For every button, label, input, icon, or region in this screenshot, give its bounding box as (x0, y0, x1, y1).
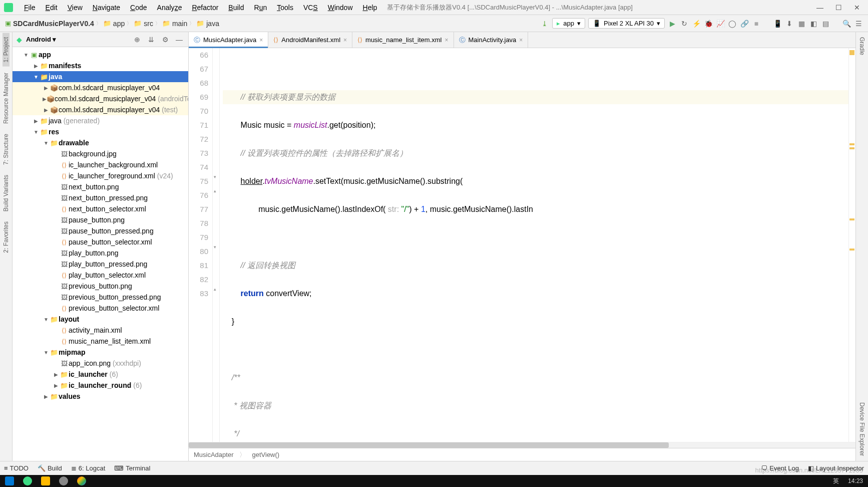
apply-changes-button[interactable]: ↻ (680, 19, 689, 28)
coverage-button[interactable]: ◯ (728, 19, 737, 28)
tree-item[interactable]: ▼📁mipmap (13, 347, 188, 358)
breadcrumb-main[interactable]: 📁main (162, 20, 187, 28)
menu-build[interactable]: Build (224, 3, 248, 13)
tool-logcat[interactable]: ≣ 6: Logcat (71, 464, 106, 472)
sync-gradle-icon[interactable]: ⤓ (540, 19, 549, 28)
tray-ime[interactable]: 英 (833, 477, 839, 485)
menu-code[interactable]: Code (126, 3, 151, 13)
tree-item[interactable]: ▶📁java (generated) (13, 115, 188, 126)
menu-view[interactable]: View (64, 3, 87, 13)
horizontal-scrollbar[interactable] (189, 442, 855, 448)
tree-item[interactable]: ▶📦com.lxl.sdcard_musicplayer_v04 (test) (13, 104, 188, 115)
stop-button[interactable]: ■ (752, 19, 761, 28)
tree-item[interactable]: ⟨⟩music_name_list_item.xml (13, 336, 188, 347)
editor-tab[interactable]: ⟨⟩music_name_list_item.xml× (352, 32, 454, 48)
tree-item[interactable]: 🖼play_button_pressed.png (13, 259, 188, 270)
collapse-icon[interactable]: ⇊ (146, 36, 156, 44)
tool-gradle[interactable]: Gradle (858, 33, 865, 59)
tool-favorites[interactable]: 2: Favorites (3, 217, 10, 257)
tree-item[interactable]: 🖼next_button.png (13, 181, 188, 192)
taskbar-app[interactable] (59, 476, 68, 485)
hide-icon[interactable]: — (174, 36, 184, 44)
tree-item[interactable]: ⟨⟩pause_button_selector.xml (13, 236, 188, 248)
breadcrumb-root[interactable]: ▣SDCardMusicPlayerV0.4 (5, 20, 94, 28)
locate-icon[interactable]: ⊕ (132, 36, 142, 44)
layout-inspector-icon[interactable]: ◧ (809, 19, 818, 28)
menu-window[interactable]: Window (324, 3, 357, 13)
tool-project[interactable]: 1: Project (3, 33, 10, 67)
tree-item[interactable]: ⟨⟩ic_launcher_foreground.xml (v24) (13, 170, 188, 181)
menu-analyze[interactable]: Analyze (153, 3, 186, 13)
tree-item[interactable]: ▼📁layout (13, 314, 188, 325)
run-config-combo[interactable]: ▸app▾ (552, 18, 585, 29)
tree-item[interactable]: ▶📁manifests (13, 60, 188, 71)
tree-item[interactable]: ▶📁ic_launcher_round (6) (13, 380, 188, 391)
profile-button[interactable]: 📈 (716, 19, 725, 28)
search-icon[interactable]: 🔍 (842, 19, 851, 28)
close-button[interactable]: ✕ (854, 4, 860, 12)
line-gutter[interactable]: 666768697071727374757677787980818283 (189, 48, 213, 442)
menu-tools[interactable]: Tools (273, 3, 297, 13)
taskbar-android-studio[interactable] (23, 476, 32, 485)
tool-terminal[interactable]: ⌨ Terminal (114, 464, 150, 472)
tree-item[interactable]: ▼📁drawable (13, 137, 188, 148)
menu-edit[interactable]: Edit (42, 3, 62, 13)
close-icon[interactable]: × (259, 37, 263, 44)
run-button[interactable]: ▶ (668, 19, 677, 28)
resource-manager-icon[interactable]: ▦ (797, 19, 806, 28)
close-icon[interactable]: × (519, 37, 523, 44)
menu-refactor[interactable]: Refactor (188, 3, 222, 13)
tree-item[interactable]: ▶📁ic_launcher (6) (13, 369, 188, 380)
breadcrumb-java[interactable]: 📁java (196, 20, 219, 28)
minimize-button[interactable]: — (816, 4, 823, 12)
menu-file[interactable]: FFileile (20, 3, 40, 13)
menu-run[interactable]: Run (250, 3, 271, 13)
close-icon[interactable]: × (445, 37, 448, 44)
editor-breadcrumb[interactable]: MusicAdapter〉getView() (189, 448, 855, 461)
menu-navigate[interactable]: Navigate (89, 3, 124, 13)
debug-button[interactable]: 🐞 (704, 19, 713, 28)
breadcrumb-app[interactable]: 📁app (103, 20, 125, 28)
avd-manager-icon[interactable]: 📱 (773, 19, 782, 28)
sdk-manager-icon[interactable]: ⬇ (785, 19, 794, 28)
attach-button[interactable]: 🔗 (740, 19, 749, 28)
tree-item[interactable]: ▶📦com.lxl.sdcard_musicplayer_v04 (13, 82, 188, 93)
tree-item[interactable]: 🖼app_icon.png (xxxhdpi) (13, 358, 188, 369)
tree-item[interactable]: ▶📦com.lxl.sdcard_musicplayer_v04 (androi… (13, 93, 188, 104)
editor-tab[interactable]: ⟨⟩AndroidManifest.xml× (268, 32, 352, 48)
tree-item[interactable]: 🖼previous_button_pressed.png (13, 292, 188, 303)
taskbar-start[interactable] (5, 476, 14, 485)
settings-icon[interactable]: ☰ (854, 19, 863, 28)
maximize-button[interactable]: ☐ (835, 4, 842, 12)
tree-item[interactable]: ⟨⟩next_button_selector.xml (13, 203, 188, 214)
tree-item[interactable]: 🖼pause_button.png (13, 214, 188, 225)
menu-help[interactable]: Help (359, 3, 381, 13)
tool-build-variants[interactable]: Build Variants (3, 171, 10, 215)
tool-build[interactable]: 🔨 Build (38, 464, 62, 472)
tool-device-file-explorer[interactable]: Device File Explorer (858, 398, 865, 460)
tree-item[interactable]: ▼▣app (13, 49, 188, 60)
taskbar-explorer[interactable] (41, 476, 50, 485)
project-tree[interactable]: ▼▣app▶📁manifests▼📁java▶📦com.lxl.sdcard_m… (13, 47, 188, 461)
tree-item[interactable]: ⟨⟩ic_launcher_background.xml (13, 159, 188, 170)
tree-item[interactable]: 🖼previous_button.png (13, 281, 188, 292)
gear-icon[interactable]: ⚙ (160, 36, 170, 44)
tree-item[interactable]: ▶📁values (13, 391, 188, 402)
breadcrumb-src[interactable]: 📁src (134, 20, 153, 28)
tree-item[interactable]: 🖼background.jpg (13, 148, 188, 159)
menu-vcs[interactable]: VCS (299, 3, 322, 13)
tree-item[interactable]: ⟨⟩activity_main.xml (13, 325, 188, 336)
tree-item[interactable]: ⟨⟩play_button_selector.xml (13, 270, 188, 281)
tree-item[interactable]: ▼📁java (13, 71, 188, 82)
code-editor[interactable]: // 获取列表项要显示的数据 Music music = musicList.g… (220, 48, 855, 442)
virtual-device-icon[interactable]: ▤ (821, 19, 830, 28)
editor-tab[interactable]: ⒸMusicAdapter.java× (189, 32, 268, 48)
error-stripe[interactable] (848, 48, 855, 442)
tree-item[interactable]: 🖼pause_button_pressed.png (13, 225, 188, 236)
os-taskbar[interactable]: 英 14:23 (0, 475, 868, 487)
tree-item[interactable]: 🖼play_button.png (13, 248, 188, 259)
taskbar-chrome[interactable] (77, 476, 86, 485)
tree-item[interactable]: ⟨⟩previous_button_selector.xml (13, 303, 188, 314)
editor-tab[interactable]: ⒸMainActivity.java× (454, 32, 529, 48)
tool-resource-manager[interactable]: Resource Manager (3, 69, 10, 128)
